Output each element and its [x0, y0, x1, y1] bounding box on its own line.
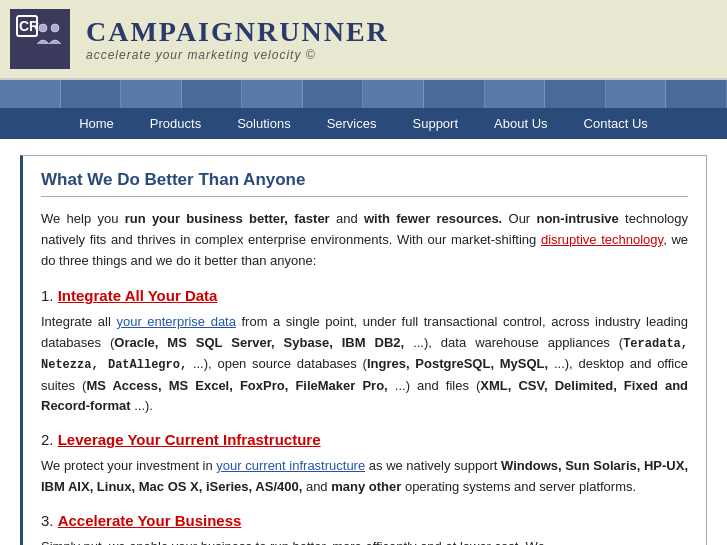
- bold-resources: with fewer resources.: [364, 211, 502, 226]
- section-3-number: 3.: [41, 512, 54, 529]
- strip-seg-12: [666, 80, 727, 108]
- strip-seg-6: [303, 80, 364, 108]
- office-list: MS Access, MS Excel, FoxPro, FileMaker P…: [86, 378, 387, 393]
- strip-seg-5: [242, 80, 303, 108]
- svg-text:CR: CR: [19, 18, 39, 34]
- bold-nonintrusive: non-intrusive: [536, 211, 618, 226]
- brand-tagline: accelerate your marketing velocity ©: [86, 48, 389, 62]
- intro-text: We help you run your business better, fa…: [41, 209, 688, 271]
- many-other: many other: [331, 479, 401, 494]
- strip-seg-8: [424, 80, 485, 108]
- strip-seg-7: [363, 80, 424, 108]
- nav-item-products[interactable]: Products: [132, 108, 219, 139]
- oss-db-list: Ingres, PostgreSQL, MySQL,: [367, 356, 548, 371]
- bold-faster: run your business better, faster: [125, 211, 330, 226]
- brand-name: CampaignRunner: [86, 16, 389, 48]
- section-1-link[interactable]: Integrate All Your Data: [58, 287, 218, 304]
- content-box: What We Do Better Than Anyone We help yo…: [20, 155, 707, 545]
- brand-text: CampaignRunner accelerate your marketing…: [86, 16, 389, 62]
- section-1-body: Integrate all your enterprise data from …: [41, 312, 688, 417]
- main-content: What We Do Better Than Anyone We help yo…: [0, 139, 727, 545]
- strip-seg-4: [182, 80, 243, 108]
- db-list-1: Oracle, MS SQL Server, Sybase, IBM DB2,: [114, 335, 404, 350]
- nav-item-support[interactable]: Support: [395, 108, 477, 139]
- section-2-heading: 2. Leverage Your Current Infrastructure: [41, 431, 688, 448]
- nav-item-about[interactable]: About Us: [476, 108, 565, 139]
- nav-item-services[interactable]: Services: [309, 108, 395, 139]
- strip-seg-9: [485, 80, 546, 108]
- strip-seg-11: [606, 80, 667, 108]
- section-3-heading: 3. Accelerate Your Business: [41, 512, 688, 529]
- section-1-heading: 1. Integrate All Your Data: [41, 287, 688, 304]
- strip-seg-1: [0, 80, 61, 108]
- nav-item-home[interactable]: Home: [61, 108, 132, 139]
- section-1-number: 1.: [41, 287, 54, 304]
- strip-seg-10: [545, 80, 606, 108]
- site-header: CR CampaignRunner accelerate your market…: [0, 0, 727, 80]
- strip-seg-2: [61, 80, 122, 108]
- disruptive-technology-link[interactable]: disruptive technology: [541, 232, 663, 247]
- enterprise-data-link[interactable]: your enterprise data: [116, 314, 236, 329]
- svg-point-3: [39, 24, 47, 32]
- nav-item-contact[interactable]: Contact Us: [566, 108, 666, 139]
- nav-item-solutions[interactable]: Solutions: [219, 108, 308, 139]
- svg-point-4: [51, 24, 59, 32]
- section-3-link[interactable]: Accelerate Your Business: [58, 512, 242, 529]
- section-2-body: We protect your investment in your curre…: [41, 456, 688, 498]
- section-2-link[interactable]: Leverage Your Current Infrastructure: [58, 431, 321, 448]
- photo-strip: [0, 80, 727, 108]
- section-2-number: 2.: [41, 431, 54, 448]
- logo-icon: CR: [10, 9, 70, 69]
- section-3-body: Simply put, we enable your business to r…: [41, 537, 688, 545]
- main-nav: Home Products Solutions Services Support…: [0, 108, 727, 139]
- strip-seg-3: [121, 80, 182, 108]
- current-infrastructure-link[interactable]: your current infrastructure: [216, 458, 365, 473]
- page-heading: What We Do Better Than Anyone: [41, 170, 688, 197]
